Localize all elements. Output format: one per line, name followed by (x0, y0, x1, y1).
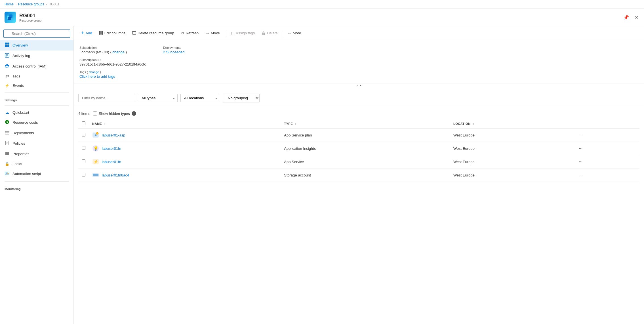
automation-script-icon (5, 171, 10, 176)
more-button[interactable]: ··· More (285, 29, 304, 37)
subscription-id-info: Subscription ID 397015c1-c8bb-4d61-9527-… (79, 58, 146, 66)
overview-icon (5, 43, 10, 48)
resource-name-link[interactable]: labuser01fn (102, 146, 121, 151)
filter-name-input[interactable] (78, 94, 135, 102)
show-hidden-container: Show hidden types i (93, 111, 136, 116)
deployments-label: Deployments (12, 131, 34, 135)
th-actions (573, 119, 639, 128)
sidebar-item-events[interactable]: ⚡ Events (0, 81, 73, 90)
name-sort-icon[interactable]: ↕ (104, 122, 106, 125)
show-hidden-checkbox[interactable] (93, 111, 97, 115)
sidebar-item-deployments[interactable]: Deployments (0, 128, 73, 138)
items-count: 4 items (78, 111, 90, 116)
sidebar-item-quickstart[interactable]: ☁ Quickstart (0, 108, 73, 117)
sidebar-item-resource-costs[interactable]: $ Resource costs (0, 117, 73, 128)
tags-change-link[interactable]: change (89, 70, 99, 74)
sidebar-item-locks[interactable]: 🔒 Locks (0, 159, 73, 169)
sidebar-item-properties[interactable]: Properties (0, 149, 73, 159)
row-checkbox[interactable] (82, 159, 85, 163)
move-button[interactable]: → Move (203, 29, 223, 37)
type-sort-icon[interactable]: ↕ (295, 122, 297, 125)
svg-rect-31 (100, 31, 102, 35)
breadcrumb-resource-groups[interactable]: Resource groups (18, 2, 44, 6)
row-checkbox[interactable] (82, 173, 85, 176)
svg-rect-5 (5, 45, 7, 47)
add-tags-link[interactable]: Click here to add tags (79, 74, 115, 79)
location-sort-icon[interactable]: ↕ (473, 122, 474, 125)
subscription-change-link[interactable]: change (112, 50, 125, 54)
svg-point-13 (8, 65, 9, 67)
sidebar-item-access-control[interactable]: Access control (IAM) (0, 61, 73, 71)
collapse-chevron[interactable]: ⌃⌃ (74, 83, 644, 90)
refresh-button[interactable]: ↻ Refresh (178, 29, 202, 37)
svg-rect-3 (5, 43, 7, 45)
svg-rect-16 (5, 131, 9, 134)
table-row: 💡 labuser01fn Application Insights West … (78, 142, 639, 155)
type-filter-select[interactable]: All types (138, 94, 178, 102)
properties-icon (5, 151, 10, 157)
sidebar-item-tags[interactable]: 🏷 Tags (0, 71, 73, 81)
svg-rect-45 (93, 173, 98, 177)
row-more-button[interactable]: ··· (576, 131, 585, 139)
pin-button[interactable]: 📌 (622, 14, 630, 21)
sidebar-item-automation-script[interactable]: Automation script (0, 169, 73, 179)
sidebar-divider-1 (5, 92, 69, 93)
subscription-id-label: Subscription ID (79, 58, 146, 62)
row-more-button[interactable]: ··· (576, 158, 585, 165)
monitoring-header: Monitoring (0, 184, 73, 192)
close-button[interactable]: ✕ (634, 14, 639, 21)
sidebar-item-policies[interactable]: Policies (0, 138, 73, 149)
svg-rect-6 (7, 45, 9, 47)
select-all-checkbox[interactable] (82, 121, 85, 125)
th-name: NAME ↕ (89, 119, 281, 128)
row-type-cell: Application Insights (281, 142, 450, 155)
grouping-select[interactable]: No grouping (223, 94, 260, 102)
quickstart-icon: ☁ (5, 110, 10, 115)
deployments-link[interactable]: 2 Succeeded (163, 50, 185, 54)
resource-costs-icon: $ (5, 120, 10, 125)
sidebar: Overview Activity log (0, 26, 74, 324)
edit-columns-button[interactable]: Edit columns (96, 29, 128, 37)
sidebar-item-overview[interactable]: Overview (0, 40, 73, 51)
overview-label: Overview (12, 43, 28, 47)
row-more-button[interactable]: ··· (576, 171, 585, 179)
th-checkbox (78, 119, 89, 128)
chevron-up-icon: ⌃⌃ (355, 85, 362, 89)
activity-log-label: Activity log (12, 54, 30, 58)
row-checkbox[interactable] (82, 146, 85, 150)
add-button[interactable]: + Add (78, 28, 95, 38)
row-location-cell: West Europe (450, 169, 573, 182)
breadcrumb-current: RG001 (49, 2, 59, 6)
row-checkbox-cell (78, 169, 89, 182)
row-more-cell: ··· (573, 155, 639, 169)
sidebar-item-activity-log[interactable]: Activity log (0, 51, 73, 61)
resource-name-link[interactable]: labuser01-asp (102, 133, 125, 137)
automation-script-label: Automation script (12, 172, 41, 176)
delete-rg-button[interactable]: Delete resource group (129, 29, 177, 37)
add-icon: + (81, 30, 84, 36)
events-icon: ⚡ (5, 83, 10, 88)
type-filter-wrapper: All types (138, 94, 178, 102)
svg-rect-33 (132, 31, 136, 34)
more-icon: ··· (288, 31, 291, 35)
toolbar-divider-1 (225, 30, 225, 37)
location-filter-select[interactable]: All locations (180, 94, 220, 102)
deployments-label: Deployments (163, 46, 185, 49)
row-more-button[interactable]: ··· (576, 145, 585, 152)
access-control-icon (5, 64, 10, 69)
breadcrumb-home[interactable]: Home (5, 2, 14, 6)
info-col-left: Subscription Lohmann (MSDN) ( change ) S… (79, 46, 146, 79)
svg-rect-2 (8, 17, 11, 20)
resource-name-link[interactable]: labuser01fn8ac4 (102, 173, 129, 177)
row-location-cell: West Europe (450, 142, 573, 155)
items-section: 4 items Show hidden types i NAME ↕ (74, 106, 644, 185)
row-checkbox-cell (78, 128, 89, 142)
resource-icon: 💡 (92, 145, 99, 152)
row-checkbox[interactable] (82, 133, 85, 136)
sidebar-divider-3 (5, 181, 69, 182)
search-input[interactable] (3, 30, 70, 38)
delete-button[interactable]: 🗑 Delete (259, 29, 281, 37)
row-name-cell: ≡ ⚡ labuser01-asp (89, 128, 281, 142)
resource-name-link[interactable]: labuser01fn (102, 160, 121, 164)
assign-tags-button[interactable]: 🏷 Assign tags (228, 29, 258, 37)
